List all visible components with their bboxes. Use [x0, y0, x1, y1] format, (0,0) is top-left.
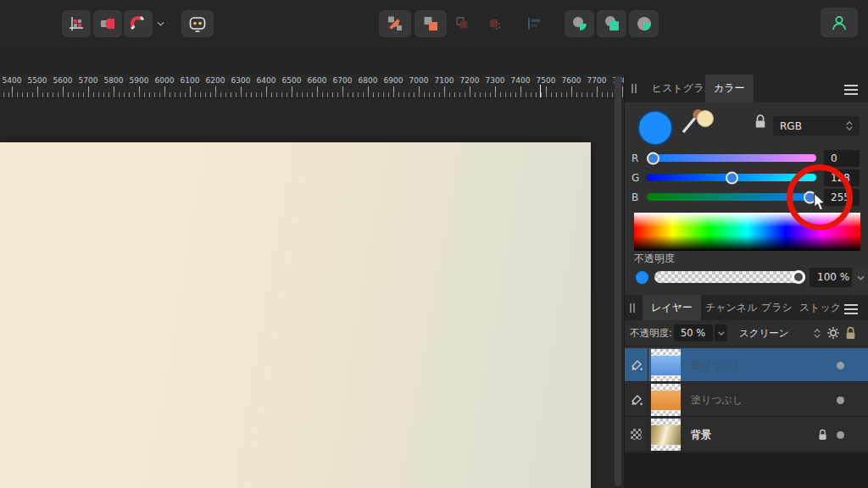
chevron-down-icon: [857, 275, 865, 280]
document-canvas[interactable]: [0, 142, 591, 488]
color-opacity-handle[interactable]: [792, 270, 805, 284]
panel-drag-grip[interactable]: [630, 303, 635, 313]
color-mode-select[interactable]: RGB: [773, 116, 860, 136]
chevron-down-icon: [718, 331, 725, 336]
clip-overlap-button[interactable]: [93, 10, 122, 37]
ruler-cursor-marker: [540, 85, 541, 97]
layer-options-row: 不透明度: 50 % スクリーン: [625, 320, 868, 347]
layer-row-fill-2[interactable]: 塗りつぶし: [625, 383, 868, 417]
layer-name: 背景: [691, 418, 711, 452]
blue-slider-label: B: [632, 191, 638, 203]
alignment-icon: [526, 16, 542, 31]
move-forward-icon: [386, 14, 404, 33]
toolbar-lower-band: [0, 48, 868, 75]
boolean-add-icon: [571, 15, 588, 32]
red-slider-track[interactable]: [647, 154, 816, 162]
layer-locked-icon: [818, 429, 827, 441]
layer-opacity-label: 不透明度:: [630, 320, 672, 347]
tab-color[interactable]: カラー: [705, 75, 754, 103]
layer-thumbnail: [651, 419, 681, 451]
color-panel-menu-button[interactable]: [844, 85, 858, 95]
horizontal-ruler[interactable]: 5400550056005700580059006000610062006300…: [0, 75, 624, 98]
color-opacity-dropdown[interactable]: [854, 268, 867, 287]
assistant-button[interactable]: [181, 10, 214, 37]
layer-thumbnail-fill: [651, 391, 681, 410]
red-slider-handle[interactable]: [647, 152, 659, 164]
layer-lock-icon[interactable]: [845, 326, 856, 340]
move-forward-button[interactable]: [379, 10, 411, 37]
layer-row-fill-1[interactable]: 塗りつぶし: [625, 348, 868, 382]
user-account-icon: [830, 14, 849, 32]
color-opacity-value-field[interactable]: 100 %: [810, 268, 852, 287]
ruler-ticks: [0, 86, 624, 97]
mouse-cursor-icon: [813, 193, 828, 212]
boolean-add-button[interactable]: [565, 10, 594, 37]
green-slider-handle[interactable]: [726, 171, 738, 184]
red-value-field[interactable]: 0: [824, 150, 860, 167]
account-button[interactable]: [821, 8, 858, 37]
app-window: 5400550056005700580059006000610062006300…: [0, 0, 868, 488]
move-backward-button[interactable]: [448, 10, 477, 37]
fill-layer-icon: [630, 358, 643, 372]
layer-opacity-dropdown[interactable]: [715, 324, 727, 341]
color-lock-icon[interactable]: [754, 114, 766, 129]
grid-snap-button[interactable]: [62, 10, 91, 37]
layer-thumbnail-fill: [651, 425, 681, 445]
move-to-front-button[interactable]: [415, 10, 447, 37]
layer-visibility-toggle[interactable]: [837, 396, 844, 404]
boolean-subtract-button[interactable]: [597, 10, 626, 37]
updown-chevrons-icon: [814, 329, 822, 338]
layer-opacity-field[interactable]: 50 %: [674, 324, 713, 341]
red-slider-label: R: [632, 152, 638, 164]
blend-mode-select[interactable]: スクリーン: [732, 324, 822, 341]
layer-name: 塗りつぶし: [691, 348, 743, 382]
layer-type-cell: [625, 383, 648, 416]
vertical-scrollbar[interactable]: [615, 76, 621, 486]
layer-visibility-toggle[interactable]: [837, 431, 844, 439]
layer-thumbnail: [651, 349, 681, 381]
alignment-button[interactable]: [522, 10, 546, 37]
top-toolbar: [0, 0, 868, 48]
layer-type-cell: [625, 348, 648, 381]
updown-chevrons-icon: [846, 121, 853, 130]
color-panel-tabbar: ヒストグラム カラー: [625, 75, 868, 103]
assistant-robot-icon: [187, 14, 208, 34]
tab-layers[interactable]: レイヤー: [643, 295, 701, 320]
panel-drag-grip[interactable]: [632, 84, 637, 93]
clip-overlap-icon: [99, 15, 116, 32]
layer-thumbnail: [651, 384, 681, 416]
green-slider-label: G: [632, 172, 639, 184]
opacity-color-dot: [636, 271, 648, 284]
color-opacity-label: 不透明度: [634, 252, 675, 266]
blend-mode-value: スクリーン: [739, 324, 789, 341]
layer-thumbnail-fill: [651, 356, 681, 375]
layer-settings-gear-icon[interactable]: [826, 326, 840, 340]
magnet-snap-button[interactable]: [124, 10, 153, 37]
layer-name: 塗りつぶし: [691, 383, 743, 417]
active-color-swatch[interactable]: [637, 110, 673, 146]
fill-layer-icon: [630, 393, 643, 407]
move-backward-icon: [454, 15, 471, 32]
layer-row-background[interactable]: 背景: [625, 418, 868, 452]
magnet-icon: [130, 15, 147, 32]
layer-type-cell: [625, 418, 648, 451]
secondary-color-swatch[interactable]: [697, 110, 714, 127]
red-slider-row: R 0: [625, 150, 868, 167]
layers-panel-empty-area: [625, 452, 868, 488]
boolean-divide-button[interactable]: [629, 10, 659, 37]
layers-panel-menu-button[interactable]: [844, 304, 858, 314]
layer-visibility-toggle[interactable]: [837, 362, 844, 369]
snap-options-chevron[interactable]: [153, 10, 168, 37]
color-mode-value: RGB: [780, 120, 802, 132]
color-opacity-slider[interactable]: [654, 271, 805, 283]
chevron-down-icon: [157, 21, 164, 26]
layers-panel-tabbar: レイヤー チャンネル ブラシ ストック: [625, 295, 868, 320]
move-to-back-button[interactable]: [480, 10, 509, 37]
boolean-subtract-icon: [604, 15, 620, 32]
pixel-layer-icon: [631, 429, 642, 440]
grid-snap-icon: [68, 15, 85, 32]
move-to-front-icon: [421, 14, 440, 33]
move-to-back-icon: [486, 15, 503, 32]
boolean-divide-icon: [636, 15, 653, 32]
tab-stock[interactable]: ストック: [791, 295, 849, 320]
